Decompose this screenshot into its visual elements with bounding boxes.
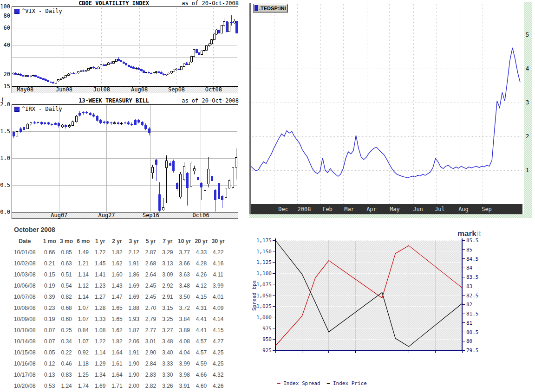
series-color-bar-icon [254,5,258,11]
svg-text:Jul08: Jul08 [93,86,110,93]
yield-value-cell: 1.23 [92,280,109,291]
yield-value-cell: 0.21 [41,258,58,269]
yield-value-cell: 3.66 [176,258,193,269]
svg-text:Jun08: Jun08 [56,86,72,93]
yield-table-title: October 2008 [8,226,227,233]
yield-value-cell: 2.12 [125,247,142,258]
ted-spread-chart-panel: Dec2008FebMarAprMayJunJulAugSep54321 .TE… [249,2,533,218]
svg-text:81: 81 [466,320,472,326]
yield-value-cell: 0.68 [58,302,75,314]
yield-value-cell: 3.98 [176,369,193,380]
yield-date-cell: 10/01/08 [8,247,41,258]
treasury-yield-table: Date1 mo3 mo6 mo1 yr2 yr3 yr5 yr7 yr10 y… [8,236,227,392]
vix-legend: ^VIX - Daily [14,8,62,14]
yield-table-row: 10/03/080.150.511.141.411.601.862.643.09… [8,269,227,280]
yield-value-cell: 2.79 [142,314,159,325]
yield-date-cell: 10/17/08 [8,369,41,380]
yield-value-cell: 1.86 [125,269,142,280]
yield-value-cell: 2.06 [125,336,142,347]
yield-value-cell: 4.28 [193,258,209,269]
yield-value-cell: 0.05 [41,347,58,358]
yield-value-cell: 1.24 [58,380,75,392]
irx-legend: ^IRX - Daily [14,106,62,112]
yield-table-row: 10/08/080.230.681.071.281.651.882.703.15… [8,302,227,314]
yield-value-cell: 1.22 [92,336,109,347]
yield-value-cell: 1.72 [92,247,109,258]
svg-text:1,100: 1,100 [256,270,272,276]
irx-legend-label: ^IRX - Daily [22,106,62,112]
yield-value-cell: 1.12 [75,280,91,291]
svg-text:975: 975 [262,326,272,332]
svg-text:3: 3 [526,99,529,106]
yield-table-row: 10/07/080.390.821.141.271.471.692.452.91… [8,291,227,302]
yield-value-cell: 1.34 [92,369,109,380]
svg-text:82: 82 [466,302,472,308]
yield-value-cell: 0.22 [58,347,75,358]
yield-value-cell: 3.48 [159,336,176,347]
yield-value-cell: 2.00 [125,380,142,392]
svg-text:80: 80 [4,13,10,19]
yield-value-cell: 1.07 [75,336,91,347]
yield-value-cell: 0.15 [41,269,58,280]
yield-value-cell: 1.07 [75,302,91,314]
markit-legend: – Index Spread – Index Price [277,380,367,386]
yield-value-cell: 4.04 [176,347,193,358]
yield-value-cell: 1.07 [75,314,91,325]
yield-value-cell: 1.49 [75,247,91,258]
yield-value-cell: 0.83 [58,369,75,380]
yield-column-header: 10 yr [176,236,193,247]
svg-text:1,025: 1,025 [256,303,272,309]
yield-value-cell: 3.13 [159,258,176,269]
yield-column-header: 5 yr [142,236,159,247]
svg-text:85: 85 [466,247,472,253]
ted-spread-line-chart: Dec2008FebMarAprMayJunJulAugSep54321 [249,2,533,218]
svg-text:Feb: Feb [322,206,333,212]
yield-value-cell: 0.85 [58,247,75,258]
svg-text:Jun: Jun [413,206,423,212]
yield-value-cell: 2.83 [142,369,159,380]
yield-value-cell: 3.89 [176,325,193,336]
yield-date-cell: 10/20/08 [8,380,41,392]
yield-value-cell: 1.14 [75,269,91,280]
yield-value-cell: 4.66 [193,369,209,380]
yield-value-cell: 4.60 [193,380,209,392]
svg-text:Dec: Dec [278,206,288,212]
yield-value-cell: 4.25 [210,347,227,358]
treasury-yield-table-panel: October 2008 Date1 mo3 mo6 mo1 yr2 yr3 y… [8,226,227,392]
yield-column-header: 30 yr [210,236,227,247]
yield-value-cell: 0.39 [41,291,58,302]
yield-value-cell: 1.62 [109,258,125,269]
irx-chart-panel: 13-WEEK TREASURY BILL as of 20-Oct-2008 … [0,96,241,225]
svg-text:15: 15 [4,83,10,90]
yield-value-cell: 2.64 [142,269,159,280]
yield-value-cell: 4.41 [193,314,209,325]
yield-value-cell: 4.14 [210,314,227,325]
svg-text:Oct08: Oct08 [205,86,222,93]
yield-value-cell: 4.12 [193,280,209,291]
yield-value-cell: 3.50 [176,291,193,302]
svg-text:Sep: Sep [482,206,492,212]
yield-value-cell: 3.29 [159,247,176,258]
svg-text:Aug07: Aug07 [51,212,67,218]
yield-value-cell: 4.32 [210,369,227,380]
yield-value-cell: 1.91 [125,347,142,358]
yield-table-row: 10/20/080.531.241.741.691.712.002.823.26… [8,380,227,392]
yield-value-cell: 3.27 [159,325,176,336]
yield-value-cell: 0.46 [58,358,75,369]
yield-date-cell: 10/08/08 [8,302,41,314]
yield-value-cell: 1.71 [109,380,125,392]
yield-value-cell: 1.69 [125,291,142,302]
irx-series-swatch-icon [14,107,20,112]
yield-value-cell: 0.19 [41,314,58,325]
yield-value-cell: 3.84 [176,314,193,325]
tedsp-symbol-button[interactable]: .TEDSP:INI [253,4,288,13]
yield-value-cell: 4.15 [193,291,209,302]
yield-value-cell: 4.26 [193,269,209,280]
yield-value-cell: 2.45 [142,280,159,291]
yield-table-row: 10/10/080.070.250.841.081.621.872.773.27… [8,325,227,336]
svg-text:Aug08: Aug08 [131,86,148,93]
yield-value-cell: 4.57 [193,336,209,347]
yield-column-header: 20 yr [193,236,209,247]
yield-value-cell: 1.82 [109,247,125,258]
yield-value-cell: 0.60 [58,314,75,325]
